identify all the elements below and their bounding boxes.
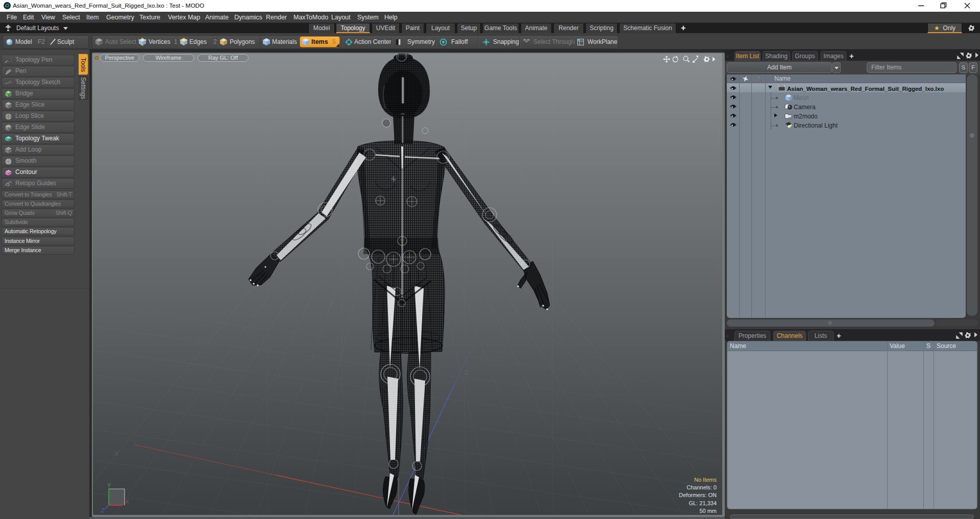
svg-text:-X: -X [113,451,118,457]
svg-text:-Z: -Z [463,370,468,376]
svg-text:Z: Z [101,507,105,513]
svg-text:Y: Y [107,482,111,488]
svg-text:X: X [125,499,129,505]
